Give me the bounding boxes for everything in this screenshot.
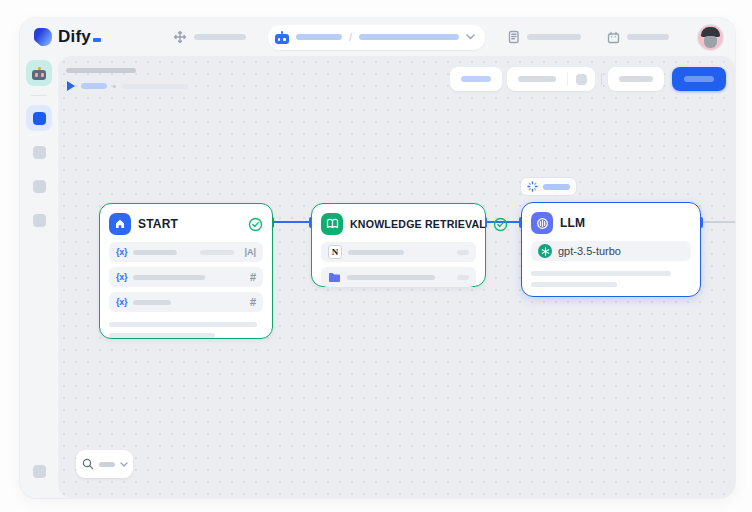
nav-tools-item[interactable] (607, 31, 669, 44)
sidebar-item-active[interactable] (26, 105, 52, 131)
llm-node-header: LLM (531, 211, 691, 235)
app-switcher[interactable]: / (268, 25, 485, 50)
nav-docs-item[interactable] (507, 30, 581, 44)
clapper-icon (607, 31, 620, 44)
notion-icon: N (328, 245, 342, 259)
screenshot-stage: Dify / (0, 0, 752, 512)
sidebar-item-4-icon (33, 214, 46, 227)
number-type-icon: # (250, 271, 256, 283)
knowledge-source-row[interactable] (321, 267, 476, 287)
dify-logo-text: Dify (58, 28, 101, 46)
chevron-down-icon (466, 34, 475, 40)
node-start[interactable]: START {x} |A| {x} # {x} (99, 203, 273, 339)
notebook-icon (507, 30, 520, 44)
source-name-skeleton (348, 250, 404, 255)
variable-name-skeleton (133, 300, 171, 305)
app-window: Dify / (20, 18, 735, 498)
home-icon (109, 213, 131, 235)
start-success-icon (248, 217, 263, 232)
play-icon[interactable] (67, 81, 75, 91)
knowledge-success-icon (493, 217, 508, 232)
tools-label-skeleton (627, 34, 669, 40)
start-variable-row[interactable]: {x} # (109, 292, 263, 312)
restore-label-skeleton (619, 76, 653, 82)
openai-icon (538, 244, 552, 258)
breadcrumb-separator: / (349, 31, 352, 43)
workflow-title-skeleton (66, 68, 136, 73)
history-icon (576, 74, 587, 85)
sidebar-item-2-icon (33, 146, 46, 159)
logo-cursor-icon (93, 38, 101, 42)
move-arrows-icon (173, 30, 187, 44)
spinner-icon (527, 181, 538, 192)
run-meta-skeleton (122, 84, 188, 89)
top-header: Dify / (20, 18, 735, 56)
string-type-icon: |A| (244, 247, 256, 257)
llm-description-skeleton (531, 271, 691, 287)
start-variable-row[interactable]: {x} # (109, 267, 263, 287)
nav-explore-item[interactable] (173, 30, 246, 44)
start-variable-row[interactable]: {x} |A| (109, 242, 263, 262)
llm-model-row[interactable]: gpt-3.5-turbo (531, 241, 691, 261)
book-icon (321, 213, 343, 235)
restore-button[interactable] (608, 67, 664, 91)
preview-label-skeleton (518, 76, 556, 82)
source-name-skeleton (347, 275, 435, 280)
features-button[interactable] (450, 67, 502, 91)
edge-llm-to-next[interactable] (701, 221, 735, 223)
zoom-control[interactable] (76, 450, 133, 478)
run-label-skeleton (81, 83, 107, 89)
running-label-skeleton (543, 184, 570, 190)
avatar-face (704, 36, 717, 48)
docs-label-skeleton (527, 34, 581, 40)
sidebar-item-4[interactable] (26, 207, 52, 233)
preview-button[interactable] (507, 76, 567, 82)
run-history-button[interactable] (568, 74, 595, 85)
node-knowledge-retrieval[interactable]: KNOWLEDGE RETRIEVAL N (311, 203, 486, 287)
edge-start-to-knowledge[interactable] (272, 221, 312, 223)
workflow-canvas[interactable]: START {x} |A| {x} # {x} (58, 56, 735, 498)
app-name-skeleton (359, 34, 459, 40)
nav-label-skeleton (194, 34, 246, 40)
sidebar-item-2[interactable] (26, 139, 52, 165)
zoom-value-skeleton (99, 462, 115, 467)
features-label-skeleton (461, 76, 491, 82)
dify-logo-mark-icon (34, 28, 52, 46)
publish-label-skeleton (684, 76, 714, 82)
knowledge-node-title: KNOWLEDGE RETRIEVAL (350, 218, 486, 230)
node-llm[interactable]: LLM gpt-3.5-turbo (521, 202, 701, 297)
robot-app-icon (275, 31, 289, 44)
active-item-icon (33, 112, 46, 125)
start-description-skeleton (109, 322, 263, 338)
variable-value-skeleton (200, 250, 234, 255)
sidebar-divider (31, 95, 47, 96)
sidebar-item-3[interactable] (26, 173, 52, 199)
variable-name-skeleton (133, 250, 177, 255)
sidebar-item-settings[interactable] (26, 458, 52, 484)
sidebar-app-icon[interactable] (26, 60, 52, 86)
sidebar-item-3-icon (33, 180, 46, 193)
toolbar-divider (601, 73, 602, 85)
knowledge-node-header: KNOWLEDGE RETRIEVAL (321, 212, 476, 236)
left-sidebar (20, 56, 58, 498)
dify-logo[interactable]: Dify (34, 28, 101, 46)
llm-running-badge (521, 178, 576, 195)
robot-emoji-icon (32, 67, 46, 80)
variable-icon: {x} (116, 297, 127, 307)
preview-split-button[interactable] (507, 67, 595, 91)
number-type-icon: # (250, 296, 256, 308)
start-node-header: START (109, 212, 263, 236)
publish-button[interactable] (672, 67, 726, 91)
variable-icon: {x} (116, 272, 127, 282)
llm-node-title: LLM (560, 216, 691, 230)
variable-name-skeleton (133, 275, 205, 280)
source-meta-skeleton (457, 250, 469, 255)
search-zoom-icon (82, 458, 94, 470)
source-meta-skeleton (457, 275, 469, 280)
user-avatar[interactable] (698, 25, 723, 50)
workspace-name-skeleton (296, 34, 342, 40)
variable-icon: {x} (116, 247, 127, 257)
separator-dot (113, 85, 116, 88)
folder-icon (328, 272, 341, 283)
knowledge-source-row[interactable]: N (321, 242, 476, 262)
